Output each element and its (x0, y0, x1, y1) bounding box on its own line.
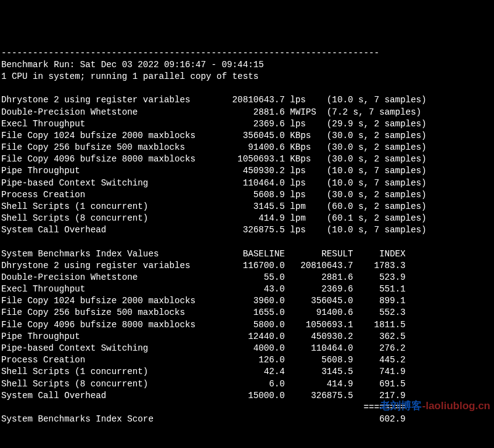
terminal-line: Pipe-based Context Switching 110464.0 lp… (1, 177, 493, 189)
terminal-line: Shell Scripts (8 concurrent) 414.9 lpm (… (1, 213, 493, 224)
terminal-output: ----------------------------------------… (1, 47, 493, 448)
terminal-line: File Copy 4096 bufsize 8000 maxblocks 58… (1, 319, 493, 331)
terminal-line: ----------------------------------------… (1, 47, 493, 59)
terminal-line: Execl Throughput 43.0 2369.6 551.1 (1, 283, 493, 295)
terminal-line: Pipe Throughput 450930.2 lps (10.0 s, 7 … (1, 165, 493, 177)
terminal-line: System Benchmarks Index Score 602.9 (1, 413, 493, 425)
terminal-line (1, 236, 493, 248)
terminal-line: File Copy 256 bufsize 500 maxblocks 1655… (1, 307, 493, 319)
terminal-line: File Copy 1024 bufsize 2000 maxblocks 35… (1, 130, 493, 142)
terminal-line: System Benchmarks Index Values BASELINE … (1, 248, 493, 260)
terminal-line: Double-Precision Whetstone 55.0 2881.6 5… (1, 272, 493, 283)
terminal-line: Double-Precision Whetstone 2881.6 MWIPS … (1, 107, 493, 118)
terminal-line: Benchmark Run: Sat Dec 03 2022 09:16:47 … (1, 59, 493, 71)
terminal-line: 1 CPU in system; running 1 parallel copy… (1, 71, 493, 83)
terminal-line: Dhrystone 2 using register variables 208… (1, 94, 493, 106)
terminal-line: Shell Scripts (8 concurrent) 6.0 414.9 6… (1, 378, 493, 390)
terminal-line: Process Creation 126.0 5608.9 445.2 (1, 354, 493, 366)
terminal-line: Pipe-based Context Switching 4000.0 1104… (1, 343, 493, 354)
terminal-line: Shell Scripts (1 concurrent) 42.4 3145.5… (1, 366, 493, 378)
terminal-line: File Copy 4096 bufsize 8000 maxblocks 10… (1, 153, 493, 165)
terminal-line (1, 425, 493, 437)
terminal-line: Process Creation 5608.9 lps (30.0 s, 2 s… (1, 189, 493, 201)
terminal-line: File Copy 1024 bufsize 2000 maxblocks 39… (1, 295, 493, 307)
terminal-line: ======== (1, 402, 493, 413)
terminal-line: Pipe Throughput 12440.0 450930.2 362.5 (1, 331, 493, 343)
terminal-line: File Copy 256 bufsize 500 maxblocks 9140… (1, 142, 493, 153)
terminal-line: System Call Overhead 326875.5 lps (10.0 … (1, 224, 493, 236)
terminal-line: System Call Overhead 15000.0 326875.5 21… (1, 390, 493, 402)
terminal-line: Execl Throughput 2369.6 lps (29.9 s, 2 s… (1, 118, 493, 130)
terminal-line (1, 83, 493, 94)
terminal-line (1, 437, 493, 448)
terminal-line: Dhrystone 2 using register variables 116… (1, 260, 493, 272)
terminal-line: Shell Scripts (1 concurrent) 3145.5 lpm … (1, 201, 493, 213)
